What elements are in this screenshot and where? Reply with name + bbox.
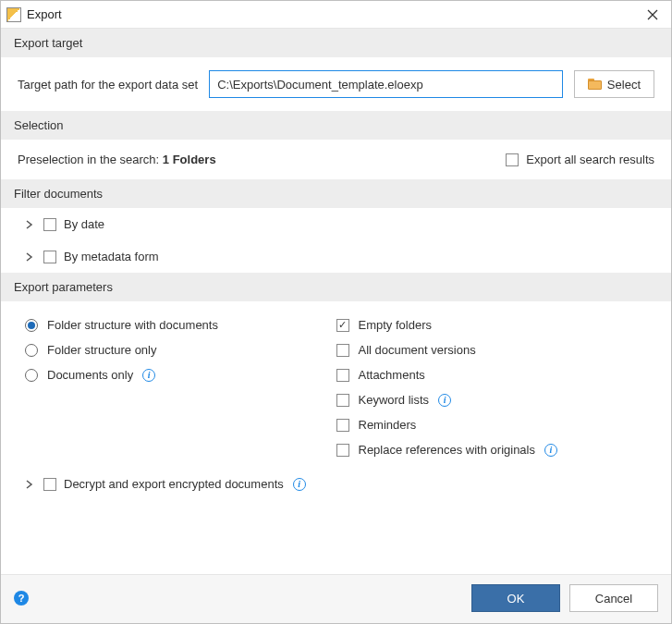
expander-decrypt[interactable] — [25, 480, 34, 489]
radio-dot — [25, 344, 38, 357]
close-button[interactable] — [634, 2, 671, 28]
section-selection: Selection — [1, 111, 671, 140]
export-all-label: Export all search results — [526, 153, 654, 166]
expander-by-metadata[interactable] — [25, 252, 34, 262]
select-path-button[interactable]: Select — [574, 70, 654, 98]
checkbox-box — [506, 153, 519, 166]
checkbox-box — [336, 369, 349, 382]
check-empty-folders[interactable]: Empty folders — [336, 312, 672, 337]
checkbox-box — [336, 344, 349, 357]
target-row: Target path for the export data set Sele… — [1, 57, 671, 111]
info-icon[interactable]: i — [544, 444, 557, 457]
check-replace-refs-label: Replace references with originals — [359, 443, 535, 457]
checkbox-box — [43, 218, 56, 231]
radio-structure-only-label: Folder structure only — [47, 343, 157, 357]
check-all-versions-label: All document versions — [359, 343, 476, 357]
info-icon[interactable]: i — [438, 394, 451, 407]
decrypt-label: Decrypt and export encrypted documents — [64, 477, 284, 491]
checkbox-box — [336, 394, 349, 407]
check-keyword-lists[interactable]: Keyword lists i — [336, 387, 672, 412]
section-export-target: Export target — [1, 29, 671, 57]
filter-by-date-row: By date — [1, 208, 671, 240]
export-dialog: Export Export target Target path for the… — [0, 0, 672, 624]
check-reminders-label: Reminders — [359, 418, 417, 432]
spacer — [1, 500, 671, 574]
target-path-label: Target path for the export data set — [18, 78, 198, 92]
radio-structure-with-docs-label: Folder structure with documents — [47, 318, 218, 332]
radio-structure-only[interactable]: Folder structure only — [1, 337, 336, 362]
radio-documents-only[interactable]: Documents only i — [1, 362, 336, 387]
decrypt-checkbox[interactable]: Decrypt and export encrypted documents — [43, 477, 284, 491]
checkbox-box — [336, 319, 349, 332]
filter-by-metadata-checkbox[interactable]: By metadata form — [43, 250, 159, 263]
check-attachments[interactable]: Attachments — [336, 362, 672, 387]
help-button[interactable]: ? — [14, 591, 29, 606]
checkbox-box — [43, 251, 56, 263]
check-reminders[interactable]: Reminders — [336, 412, 672, 437]
radio-dot — [25, 369, 38, 382]
check-all-versions[interactable]: All document versions — [336, 337, 672, 362]
section-filter-documents: Filter documents — [1, 179, 671, 208]
preselection-text: Preselection in the search: 1 Folders — [18, 153, 216, 166]
ok-button[interactable]: OK — [471, 584, 560, 612]
select-button-label: Select — [607, 78, 641, 92]
window-title: Export — [27, 7, 634, 21]
folder-icon — [588, 79, 602, 90]
preselection-value: 1 Folders — [163, 153, 216, 166]
section-export-parameters: Export parameters — [1, 273, 671, 301]
export-parameters-panel: Folder structure with documents Folder s… — [1, 301, 671, 468]
dialog-footer: ? OK Cancel — [1, 574, 671, 623]
filter-by-date-label: By date — [64, 217, 104, 231]
check-empty-folders-label: Empty folders — [359, 318, 432, 332]
check-keyword-lists-label: Keyword lists — [359, 393, 430, 407]
dialog-content: Export target Target path for the export… — [1, 29, 671, 574]
decrypt-row: Decrypt and export encrypted documents i — [1, 468, 671, 500]
selection-row: Preselection in the search: 1 Folders Ex… — [1, 140, 671, 179]
titlebar: Export — [1, 1, 671, 29]
target-path-input[interactable] — [209, 70, 563, 98]
checkbox-box — [43, 478, 56, 491]
filter-by-metadata-label: By metadata form — [64, 250, 159, 263]
check-attachments-label: Attachments — [359, 368, 425, 382]
info-icon[interactable]: i — [142, 369, 155, 382]
export-all-checkbox[interactable]: Export all search results — [506, 153, 654, 166]
radio-documents-only-label: Documents only — [47, 368, 133, 382]
cancel-button-label: Cancel — [595, 592, 632, 606]
params-col-radios: Folder structure with documents Folder s… — [1, 312, 336, 462]
checkbox-box — [336, 444, 349, 457]
app-icon — [6, 7, 21, 22]
expander-by-date[interactable] — [25, 220, 34, 229]
checkbox-box — [336, 419, 349, 432]
radio-dot — [25, 319, 38, 332]
filter-by-date-checkbox[interactable]: By date — [43, 217, 104, 231]
filter-by-metadata-row: By metadata form — [1, 240, 671, 273]
check-replace-refs[interactable]: Replace references with originals i — [336, 437, 672, 462]
radio-structure-with-docs[interactable]: Folder structure with documents — [1, 312, 336, 337]
cancel-button[interactable]: Cancel — [569, 584, 658, 612]
preselection-prefix: Preselection in the search: — [18, 153, 163, 166]
info-icon[interactable]: i — [293, 478, 306, 491]
ok-button-label: OK — [507, 592, 525, 606]
params-col-checks: Empty folders All document versions Atta… — [336, 312, 672, 462]
